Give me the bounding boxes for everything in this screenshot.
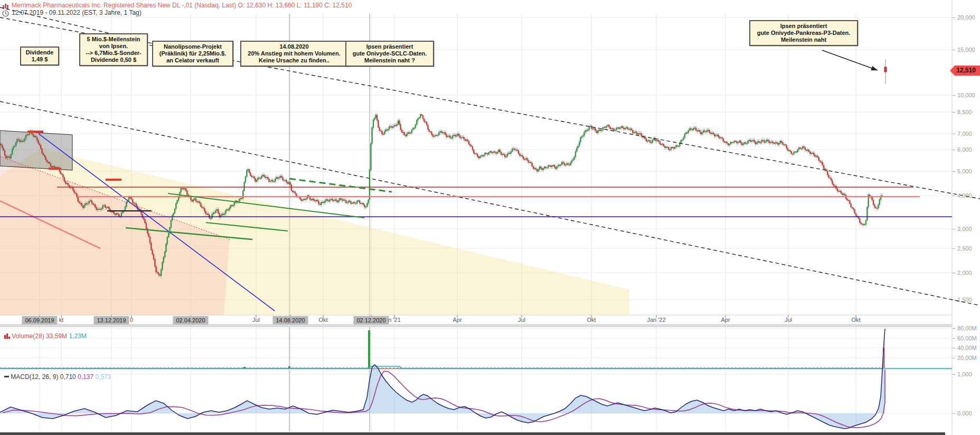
annotation-line: an Celator verkauft <box>155 57 230 64</box>
annotation-box-2[interactable]: Nanolipsome-Projekt(Präklinik) für 2,25M… <box>152 41 233 67</box>
x-tick-Jul: Jul <box>518 317 525 323</box>
volume-tickmark <box>953 348 955 348</box>
volume-tickmark <box>953 338 955 339</box>
x-tick-Apr: Apr <box>721 317 730 323</box>
volume-indicator-label[interactable]: Volume(28) 33,59M 1,23M <box>3 332 88 340</box>
price-tick-7,000: 7,000 <box>957 131 972 137</box>
x-tick-14.08.2020[interactable]: 14.08.2020 <box>272 316 308 325</box>
annotation-line: 14.08.2020 <box>243 43 345 50</box>
price-tickmark <box>953 17 955 18</box>
price-tickmark <box>953 248 955 249</box>
price-tickmark <box>953 300 955 300</box>
volume-icon <box>4 334 10 339</box>
macd-tickmark <box>953 374 955 375</box>
price-tick-6,000: 6,000 <box>957 146 972 153</box>
price-tickmark <box>953 196 955 196</box>
price-tickmark <box>953 229 955 229</box>
volume-tick-80,00M: 80,00M <box>957 325 977 331</box>
annotation-line: Nanolipsome-Projekt <box>155 43 230 50</box>
macd-signal-line <box>3 369 885 428</box>
price-tick-2,500: 2,500 <box>957 245 972 252</box>
macd-icon <box>4 376 9 377</box>
x-tick-Okt: Okt <box>851 317 860 323</box>
macd-tick-1,000: 1,000 <box>957 371 972 377</box>
volume-name: Volume(28) <box>12 332 44 340</box>
annotation-line: Ipsen präsentiert <box>752 23 855 30</box>
macd-indicator-label[interactable]: MACD(12, 26, 9) 0,710 0,137 0,573 <box>3 373 113 381</box>
x-tick-kt: kt <box>59 317 64 323</box>
red-level-marker[interactable] <box>27 131 43 133</box>
annotation-line: 20% Anstieg mit hohem Volumen. <box>243 50 345 57</box>
price-tick-1,500: 1,500 <box>957 297 972 303</box>
x-tick-13.12.2019[interactable]: 13.12.2019 <box>93 316 129 325</box>
volume-value: 33,59M <box>46 332 67 340</box>
volume-tick-20,00M: 20,00M <box>957 355 977 361</box>
annotation-arrow[interactable] <box>822 50 878 70</box>
x-tick-02.12.2020[interactable]: 02.12.2020 <box>353 316 389 325</box>
last-candle <box>884 67 887 72</box>
price-tickmark <box>953 50 955 50</box>
volume-tickmark <box>953 358 955 358</box>
volume-ma-value: 1,23M <box>69 332 86 340</box>
x-tick-0: 0 <box>130 317 133 323</box>
price-tick-8,500: 8,500 <box>957 109 972 115</box>
annotation-line: Ipsen präsentiert <box>348 43 431 50</box>
price-tick-15,000: 15,000 <box>957 47 975 53</box>
annotation-line: Dividende 0,50 $ <box>82 57 145 63</box>
x-tick-n '21: n '21 <box>388 317 401 323</box>
price-tick-10,000: 10,000 <box>957 92 975 98</box>
volume-spike <box>368 330 370 369</box>
annotation-line: Meilenstein naht ? <box>348 57 431 64</box>
price-tickmark <box>953 112 955 113</box>
annotation-line: gute Onivyde-Pankreas-P3-Daten. <box>752 30 855 36</box>
price-tickmark <box>953 134 955 134</box>
price-tickmark <box>953 171 955 172</box>
macd-tickmark <box>953 413 955 414</box>
macd-hist-value: 0,573 <box>95 373 111 381</box>
annotation-line: (Präklinik) für 2,25Mio.$. <box>155 50 230 57</box>
annotation-box-4[interactable]: Ipsen präsentiertgute Onivyde-SCLC-Daten… <box>345 41 434 67</box>
red-level-marker[interactable] <box>106 179 121 181</box>
price-tick-2,000: 2,000 <box>957 270 972 276</box>
annotation-line: 1,49 $ <box>23 56 56 63</box>
macd-signal-value: 0,137 <box>78 373 93 381</box>
volume-tick-40,00M: 40,00M <box>957 345 977 351</box>
annotation-box-0[interactable]: Dividende1,49 $ <box>20 47 59 66</box>
annotation-box-1[interactable]: 5 Mio.$-Meilensteinvon Ipsen.--> 6,7Mio.… <box>79 33 148 66</box>
x-tick-Okt: Okt <box>318 317 327 323</box>
annotation-box-5[interactable]: Ipsen präsentiertgute Onivyde-Pankreas-P… <box>749 20 858 46</box>
volume-tick-60,00M: 60,00M <box>957 335 977 341</box>
price-tick-5,000: 5,000 <box>957 168 972 174</box>
annotation-line: Meilenstein naht <box>752 36 855 43</box>
volume-tickmark <box>953 328 955 329</box>
x-tick-06.09.2019[interactable]: 06.09.2019 <box>22 316 57 325</box>
x-tick-02.04.2020[interactable]: 02.04.2020 <box>173 316 208 325</box>
last-price-tag: 12,510 <box>950 66 980 76</box>
price-tickmark <box>953 95 955 96</box>
price-tick-20,000: 20,000 <box>957 14 975 21</box>
price-tick-3,000: 3,000 <box>957 226 972 232</box>
annotation-line: von Ipsen. <box>82 43 145 50</box>
annotation-box-3[interactable]: 14.08.202020% Anstieg mit hohem Volumen.… <box>240 41 348 67</box>
annotation-line: --> 6,7Mio.$-Sonder- <box>82 50 145 57</box>
red-level-marker[interactable] <box>49 168 61 170</box>
green-dashed[interactable] <box>289 179 392 192</box>
trading-chart-window: { "header": { "title": "Merrimack Pharma… <box>0 0 980 435</box>
price-tickmark <box>953 273 955 273</box>
annotation-line: Keine Ursache zu finden.. <box>243 57 345 64</box>
price-tickmark <box>953 150 955 150</box>
macd-name: MACD(12, 26, 9) <box>11 373 58 381</box>
bottom-scrollbar[interactable] <box>0 432 945 435</box>
x-tick-Jul: Jul <box>252 317 260 323</box>
annotation-line: gute Onivyde-SCLC-Daten. <box>348 50 431 57</box>
annotation-line: 5 Mio.$-Meilenstein <box>82 36 145 43</box>
x-tick-Okt: Okt <box>587 317 596 323</box>
x-tick-Jul: Jul <box>785 317 792 323</box>
annotation-line: Dividende <box>23 49 56 56</box>
x-tick-Jan '22: Jan '22 <box>647 317 665 323</box>
x-tick-Apr: Apr <box>453 317 461 323</box>
macd-tick-0,000: 0,000 <box>957 410 972 417</box>
macd-value: 0,710 <box>60 373 76 381</box>
price-tick-4,000: 4,000 <box>957 192 972 199</box>
volume-ma-line <box>0 366 952 368</box>
